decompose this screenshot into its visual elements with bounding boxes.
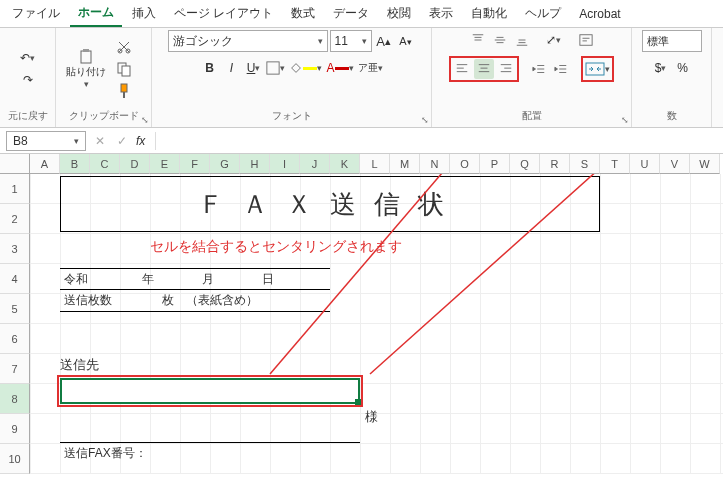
row-head-7[interactable]: 7 — [0, 354, 30, 384]
highlight-align-group — [449, 56, 519, 82]
tab-review[interactable]: 校閲 — [379, 1, 419, 26]
tab-help[interactable]: ヘルプ — [517, 1, 569, 26]
merge-center-button[interactable]: ▾ — [584, 59, 611, 79]
cut-button[interactable] — [114, 37, 134, 57]
percent-format-button[interactable]: % — [673, 58, 693, 78]
col-head-N[interactable]: N — [420, 154, 450, 174]
row-head-1[interactable]: 1 — [0, 174, 30, 204]
row-head-4[interactable]: 4 — [0, 264, 30, 294]
col-head-K[interactable]: K — [330, 154, 360, 174]
svg-rect-28 — [586, 63, 604, 75]
font-name-combo[interactable]: 游ゴシック▾ — [168, 30, 328, 52]
row-head-8[interactable]: 8 — [0, 384, 30, 414]
group-undo-label: 元に戻す — [6, 107, 49, 125]
redo-button[interactable]: ↷ — [18, 70, 38, 90]
underline-button[interactable]: U▾ — [243, 58, 263, 78]
align-bottom-button[interactable] — [512, 30, 532, 50]
col-head-S[interactable]: S — [570, 154, 600, 174]
annotation-text: セルを結合するとセンタリングされます — [150, 238, 402, 256]
fx-icon[interactable]: fx — [136, 134, 145, 148]
col-head-A[interactable]: A — [30, 154, 60, 174]
align-center-button[interactable] — [474, 59, 494, 79]
copy-button[interactable] — [114, 59, 134, 79]
indent-icon — [554, 62, 568, 76]
row-head-9[interactable]: 9 — [0, 414, 30, 444]
formula-bar[interactable] — [155, 132, 717, 150]
align-center-icon — [477, 62, 491, 76]
col-head-Q[interactable]: Q — [510, 154, 540, 174]
send-count-row: 送信枚数 枚 （表紙含め） — [60, 290, 330, 312]
col-head-R[interactable]: R — [540, 154, 570, 174]
align-left-button[interactable] — [452, 59, 472, 79]
tab-insert[interactable]: 挿入 — [124, 1, 164, 26]
col-head-I[interactable]: I — [270, 154, 300, 174]
align-left-icon — [455, 62, 469, 76]
col-head-V[interactable]: V — [660, 154, 690, 174]
formula-enter-button[interactable]: ✓ — [114, 134, 130, 148]
clipboard-launcher[interactable]: ⤡ — [141, 115, 149, 125]
row-head-2[interactable]: 2 — [0, 204, 30, 234]
decrease-font-button[interactable]: A▾ — [396, 31, 416, 51]
paste-label: 貼り付け — [66, 65, 106, 79]
fill-color-button[interactable]: ▾ — [288, 58, 323, 78]
tab-file[interactable]: ファイル — [4, 1, 68, 26]
tab-formulas[interactable]: 数式 — [283, 1, 323, 26]
active-cell-b8[interactable] — [60, 378, 360, 404]
align-launcher[interactable]: ⤡ — [621, 115, 629, 125]
tab-data[interactable]: データ — [325, 1, 377, 26]
name-box[interactable]: B8▾ — [6, 131, 86, 151]
row-head-5[interactable]: 5 — [0, 294, 30, 324]
select-all-corner[interactable] — [0, 154, 30, 174]
col-head-W[interactable]: W — [690, 154, 720, 174]
col-head-L[interactable]: L — [360, 154, 390, 174]
col-head-U[interactable]: U — [630, 154, 660, 174]
font-launcher[interactable]: ⤡ — [421, 115, 429, 125]
decrease-indent-button[interactable] — [529, 59, 549, 79]
align-right-icon — [499, 62, 513, 76]
font-color-button[interactable]: A▾ — [325, 58, 354, 78]
row-head-6[interactable]: 6 — [0, 324, 30, 354]
copy-icon — [116, 61, 132, 77]
col-head-D[interactable]: D — [120, 154, 150, 174]
number-format-combo[interactable]: 標準 — [642, 30, 702, 52]
formula-cancel-button[interactable]: ✕ — [92, 134, 108, 148]
tab-view[interactable]: 表示 — [421, 1, 461, 26]
tab-pagelayout[interactable]: ページ レイアウト — [166, 1, 281, 26]
group-align-label: 配置 — [438, 107, 625, 125]
tab-automate[interactable]: 自動化 — [463, 1, 515, 26]
align-right-button[interactable] — [496, 59, 516, 79]
undo-button[interactable]: ↶▾ — [18, 48, 38, 68]
font-size-combo[interactable]: 11▾ — [330, 30, 372, 52]
increase-font-button[interactable]: A▴ — [374, 31, 394, 51]
format-painter-button[interactable] — [114, 81, 134, 101]
paste-button[interactable]: 貼り付け ▾ — [62, 37, 110, 101]
col-head-M[interactable]: M — [390, 154, 420, 174]
col-head-F[interactable]: F — [180, 154, 210, 174]
col-head-H[interactable]: H — [240, 154, 270, 174]
bold-button[interactable]: B — [199, 58, 219, 78]
row-head-3[interactable]: 3 — [0, 234, 30, 264]
col-head-C[interactable]: C — [90, 154, 120, 174]
orientation-button[interactable]: ⤢▾ — [544, 30, 564, 50]
col-head-G[interactable]: G — [210, 154, 240, 174]
align-middle-button[interactable] — [490, 30, 510, 50]
col-head-B[interactable]: B — [60, 154, 90, 174]
col-head-E[interactable]: E — [150, 154, 180, 174]
tab-home[interactable]: ホーム — [70, 0, 122, 27]
col-head-J[interactable]: J — [300, 154, 330, 174]
fill-handle[interactable] — [355, 399, 361, 405]
increase-indent-button[interactable] — [551, 59, 571, 79]
align-top-button[interactable] — [468, 30, 488, 50]
col-head-O[interactable]: O — [450, 154, 480, 174]
border-button[interactable]: ▾ — [265, 58, 286, 78]
italic-button[interactable]: I — [221, 58, 241, 78]
col-head-T[interactable]: T — [600, 154, 630, 174]
wrap-text-button[interactable] — [576, 30, 596, 50]
accounting-format-button[interactable]: $▾ — [651, 58, 671, 78]
col-head-P[interactable]: P — [480, 154, 510, 174]
brush-icon — [116, 83, 132, 99]
align-bottom-icon — [515, 33, 529, 47]
row-head-10[interactable]: 10 — [0, 444, 30, 474]
tab-acrobat[interactable]: Acrobat — [571, 3, 628, 25]
phonetic-button[interactable]: ア亜▾ — [357, 58, 384, 78]
